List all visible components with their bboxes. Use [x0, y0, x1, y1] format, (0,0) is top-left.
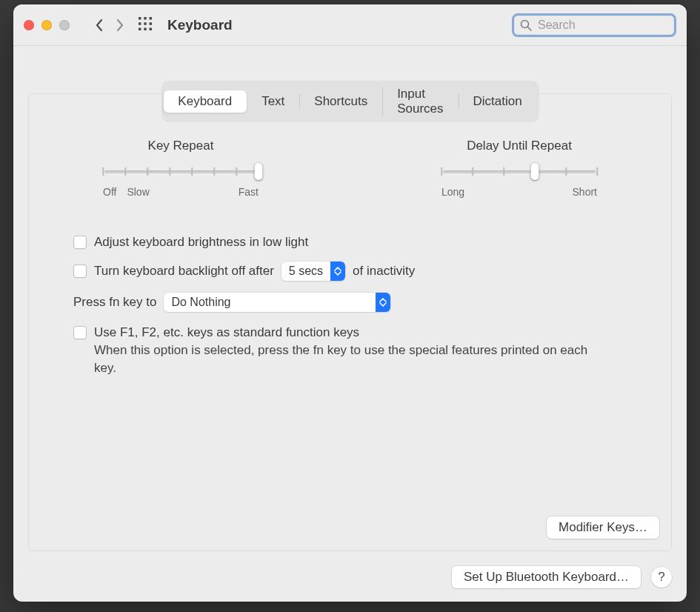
back-button[interactable] — [89, 15, 110, 36]
backlight-off-row: Turn keyboard backlight off after 5 secs… — [73, 262, 627, 281]
minimize-button[interactable] — [41, 20, 52, 30]
delay-until-repeat-slider[interactable] — [441, 164, 597, 179]
backlight-off-label-after: of inactivity — [353, 264, 415, 279]
press-fn-value: Do Nothing — [164, 296, 238, 309]
key-repeat-slow-label: Slow — [127, 186, 149, 198]
svg-rect-6 — [139, 27, 141, 30]
sliders-row: Key Repeat Off Slow Fast Delay Until Rep… — [73, 139, 627, 198]
svg-rect-7 — [144, 27, 147, 30]
adjust-brightness-row: Adjust keyboard brightness in low light — [73, 235, 627, 250]
select-stepper-icon — [330, 262, 345, 281]
tab-shortcuts[interactable]: Shortcuts — [299, 90, 382, 113]
panel-footer: Modifier Keys… — [547, 516, 659, 539]
use-fkeys-row: Use F1, F2, etc. keys as standard functi… — [73, 325, 627, 377]
delay-until-repeat-label: Delay Until Repeat — [441, 139, 597, 153]
modifier-keys-button[interactable]: Modifier Keys… — [547, 516, 659, 539]
select-stepper-icon — [376, 293, 390, 312]
press-fn-row: Press fn key to Do Nothing — [73, 293, 627, 312]
window-title: Keyboard — [167, 17, 233, 33]
key-repeat-off-label: Off — [103, 186, 116, 198]
svg-rect-2 — [150, 17, 153, 20]
maximize-button — [59, 20, 70, 30]
preferences-window: Keyboard Keyboard Text Shortcuts Input S… — [13, 4, 687, 602]
svg-rect-0 — [139, 17, 141, 20]
bottom-bar: Set Up Bluetooth Keyboard… ? — [452, 566, 672, 588]
adjust-brightness-label: Adjust keyboard brightness in low light — [94, 235, 308, 250]
delay-until-repeat-block: Delay Until Repeat Long Short — [441, 139, 597, 198]
close-button[interactable] — [24, 20, 34, 30]
backlight-off-select[interactable]: 5 secs — [281, 262, 345, 281]
svg-rect-4 — [144, 22, 147, 25]
svg-rect-1 — [144, 17, 147, 20]
svg-rect-3 — [139, 22, 141, 25]
search-icon — [520, 19, 532, 31]
help-button[interactable]: ? — [651, 567, 672, 588]
delay-long-label: Long — [441, 186, 464, 198]
tab-dictation[interactable]: Dictation — [459, 90, 537, 113]
key-repeat-block: Key Repeat Off Slow Fast — [103, 139, 259, 198]
titlebar: Keyboard — [13, 4, 687, 46]
keyboard-panel: Key Repeat Off Slow Fast Delay Until Rep… — [28, 93, 672, 551]
press-fn-select[interactable]: Do Nothing — [164, 293, 390, 312]
forward-button — [110, 15, 130, 36]
use-fkeys-description: When this option is selected, press the … — [94, 342, 613, 377]
backlight-off-checkbox[interactable] — [73, 265, 87, 278]
backlight-off-value: 5 secs — [281, 265, 330, 278]
use-fkeys-label: Use F1, F2, etc. keys as standard functi… — [94, 325, 359, 340]
bluetooth-keyboard-button[interactable]: Set Up Bluetooth Keyboard… — [452, 566, 641, 588]
tab-input-sources[interactable]: Input Sources — [382, 83, 458, 120]
svg-rect-8 — [150, 27, 153, 30]
key-repeat-label: Key Repeat — [103, 139, 259, 153]
adjust-brightness-checkbox[interactable] — [73, 236, 87, 249]
backlight-off-label-before: Turn keyboard backlight off after — [94, 264, 274, 279]
tab-text[interactable]: Text — [247, 90, 299, 113]
search-input[interactable] — [536, 18, 668, 33]
key-repeat-slider[interactable] — [103, 164, 259, 179]
use-fkeys-checkbox[interactable] — [73, 326, 87, 339]
svg-line-10 — [528, 27, 532, 30]
delay-short-label: Short — [573, 186, 597, 198]
tab-keyboard[interactable]: Keyboard — [163, 90, 247, 113]
press-fn-label: Press fn key to — [73, 295, 156, 310]
tab-strip: Keyboard Text Shortcuts Input Sources Di… — [161, 82, 538, 122]
window-controls — [24, 20, 70, 30]
key-repeat-fast-label: Fast — [239, 186, 259, 198]
svg-rect-5 — [150, 22, 153, 25]
show-all-icon[interactable] — [138, 16, 153, 34]
search-field[interactable] — [512, 13, 676, 37]
